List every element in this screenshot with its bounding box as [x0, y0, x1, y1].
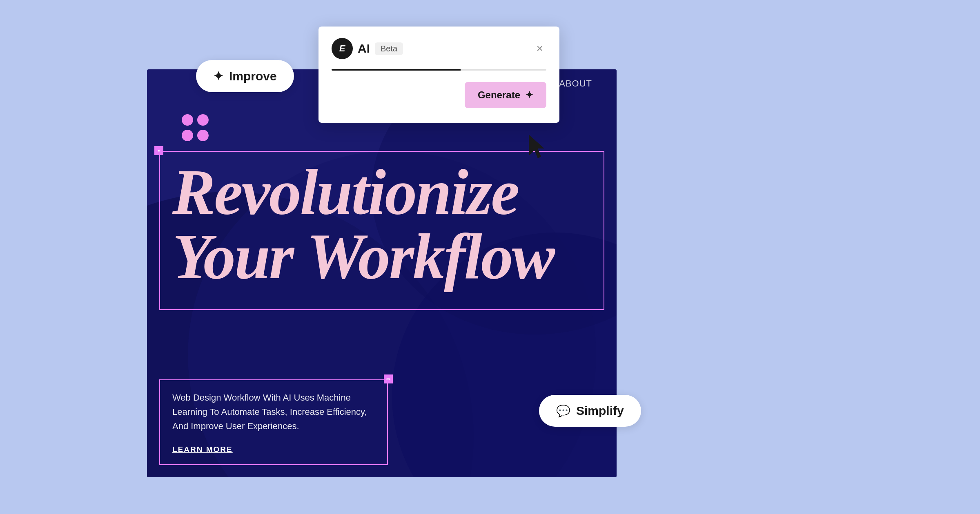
- ai-logo-area: E AI Beta: [332, 38, 403, 59]
- improve-label: Improve: [229, 69, 277, 83]
- grid-decoration: [182, 114, 209, 141]
- generate-sparkle-icon: ✦: [525, 89, 533, 101]
- ai-panel: E AI Beta × Generate ✦: [318, 27, 559, 123]
- sub-content-section: ✏ Web Design Workflow With AI Uses Machi…: [159, 379, 388, 465]
- hero-section: ▪ Revolutionize Your Workflow: [159, 151, 604, 310]
- improve-bubble[interactable]: ✦ Improve: [196, 60, 294, 92]
- improve-sparkle-icon: ✦: [213, 69, 223, 83]
- simplify-label: Simplify: [576, 404, 624, 418]
- selection-handle-icon: ▪: [158, 147, 160, 154]
- ai-label: AI: [358, 42, 370, 55]
- elementor-logo: E: [332, 38, 353, 59]
- simplify-bubble[interactable]: 💬 Simplify: [539, 395, 641, 427]
- ai-panel-header: E AI Beta ×: [332, 38, 546, 59]
- sub-description: Web Design Workflow With AI Uses Machine…: [172, 390, 375, 434]
- hero-title: Revolutionize Your Workflow: [172, 160, 591, 289]
- ai-panel-divider: [332, 69, 546, 71]
- generate-label: Generate: [478, 89, 520, 101]
- learn-more-link[interactable]: LEARN MORE: [172, 445, 375, 454]
- sub-handle: ✏: [384, 374, 393, 383]
- cursor-arrow: [529, 135, 550, 162]
- beta-badge: Beta: [375, 42, 403, 55]
- svg-marker-4: [529, 135, 544, 158]
- generate-button[interactable]: Generate ✦: [465, 82, 546, 108]
- simplify-chat-icon: 💬: [556, 404, 570, 418]
- close-button[interactable]: ×: [533, 40, 546, 57]
- nav-item-about[interactable]: ABOUT: [559, 78, 592, 89]
